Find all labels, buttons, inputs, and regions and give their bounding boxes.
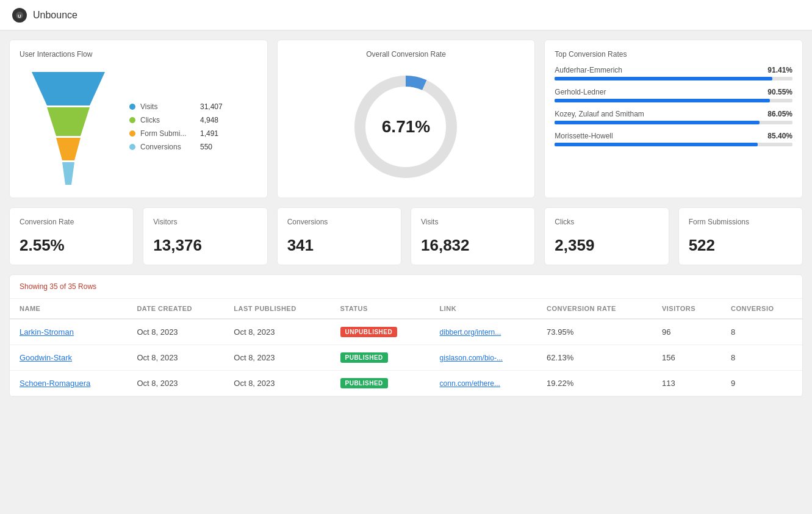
- stat-card-0: Conversion Rate 2.55%: [9, 207, 134, 265]
- clicks-dot: [129, 117, 135, 123]
- link-url-0[interactable]: dibbert.org/intern...: [440, 328, 501, 337]
- col-header-4: LINK: [430, 299, 537, 319]
- funnel-legend: Visits 31,407 Clicks 4,948 Form Submi...…: [129, 102, 223, 151]
- cell-status-0: UNPUBLISHED: [331, 319, 430, 345]
- rate-bar-bg-3: [555, 143, 792, 146]
- user-interactions-title: User Interactions Flow: [20, 50, 257, 59]
- stat-label-3: Visits: [421, 218, 525, 226]
- col-header-3: STATUS: [331, 299, 430, 319]
- form-submissions-label: Form Submi...: [140, 129, 195, 138]
- cell-visitors-2: 113: [652, 371, 721, 396]
- rate-value-0: 91.41%: [767, 66, 792, 74]
- donut-percent-value: 6.71%: [382, 117, 430, 136]
- stat-label-0: Conversion Rate: [20, 218, 123, 226]
- cell-status-2: PUBLISHED: [331, 371, 430, 396]
- cell-conversions-0: 8: [721, 319, 802, 345]
- cell-link-0: dibbert.org/intern...: [430, 319, 537, 345]
- table-row-2: Schoen-Romaguera Oct 8, 2023 Oct 8, 2023…: [10, 371, 802, 396]
- main-content: User Interactions Flow V: [0, 30, 812, 406]
- stat-card-5: Form Submissions 522: [678, 207, 803, 265]
- top-conversion-rates-title: Top Conversion Rates: [555, 50, 792, 59]
- rate-name-1: Gerhold-Ledner: [555, 88, 606, 96]
- cell-conversions-1: 8: [721, 345, 802, 371]
- rate-item-1: Gerhold-Ledner 90.55%: [555, 88, 792, 102]
- col-header-2: LAST PUBLISHED: [224, 299, 330, 319]
- table-row-0: Larkin-Stroman Oct 8, 2023 Oct 8, 2023 U…: [10, 319, 802, 345]
- cell-visitors-1: 156: [652, 345, 721, 371]
- header-logo: U: [12, 8, 27, 23]
- status-badge-2: PUBLISHED: [340, 378, 388, 388]
- rate-value-3: 85.40%: [767, 132, 792, 140]
- link-url-1[interactable]: gislason.com/bio-...: [440, 354, 503, 362]
- status-badge-0: UNPUBLISHED: [340, 327, 398, 337]
- top-conversion-rates-card: Top Conversion Rates Aufderhar-Emmerich …: [544, 40, 803, 198]
- stat-card-3: Visits 16,832: [411, 207, 535, 265]
- cell-name-0: Larkin-Stroman: [10, 319, 127, 345]
- cell-name-1: Goodwin-Stark: [10, 345, 127, 371]
- overall-conversion-rate-card: Overall Conversion Rate 6.71%: [277, 40, 536, 198]
- conversions-dot: [129, 144, 135, 150]
- top-row: User Interactions Flow V: [9, 40, 803, 198]
- table-head: NAMEDATE CREATEDLAST PUBLISHEDSTATUSLINK…: [10, 299, 802, 319]
- link-url-2[interactable]: conn.com/ethere...: [440, 379, 500, 388]
- cell-date-created-2: Oct 8, 2023: [127, 371, 224, 396]
- rate-list: Aufderhar-Emmerich 91.41% Gerhold-Ledner…: [555, 66, 792, 146]
- rate-value-2: 86.05%: [767, 110, 792, 118]
- stat-label-5: Form Submissions: [689, 218, 792, 226]
- stat-card-2: Conversions 341: [277, 207, 401, 265]
- cell-conversion-rate-2: 19.22%: [537, 371, 652, 396]
- cell-status-1: PUBLISHED: [331, 345, 430, 371]
- rate-bar-bg-1: [555, 99, 792, 102]
- visits-value: 31,407: [200, 102, 223, 111]
- clicks-label: Clicks: [140, 116, 195, 124]
- name-link-0[interactable]: Larkin-Stroman: [20, 327, 74, 337]
- stat-card-4: Clicks 2,359: [544, 207, 669, 265]
- cell-conversion-rate-0: 73.95%: [537, 319, 652, 345]
- cell-conversions-2: 9: [721, 371, 802, 396]
- stat-label-1: Visitors: [153, 218, 257, 226]
- form-submissions-value: 1,491: [200, 129, 218, 138]
- svg-text:U: U: [18, 13, 21, 19]
- app-title: Unbounce: [33, 10, 77, 21]
- stat-label-2: Conversions: [287, 218, 391, 226]
- funnel-chart: [20, 66, 117, 188]
- conversions-label: Conversions: [140, 143, 195, 151]
- cell-date-created-0: Oct 8, 2023: [127, 319, 224, 345]
- svg-marker-2: [32, 72, 105, 105]
- legend-form-submissions: Form Submi... 1,491: [129, 129, 223, 138]
- table-card: Showing 35 of 35 Rows NAMEDATE CREATEDLA…: [9, 274, 803, 397]
- table-row-1: Goodwin-Stark Oct 8, 2023 Oct 8, 2023 PU…: [10, 345, 802, 371]
- stat-value-5: 522: [689, 236, 792, 255]
- table-row-count: Showing 35 of 35 Rows: [10, 275, 802, 299]
- legend-clicks: Clicks 4,948: [129, 116, 223, 124]
- name-link-1[interactable]: Goodwin-Stark: [20, 353, 72, 362]
- name-link-2[interactable]: Schoen-Romaguera: [20, 379, 90, 388]
- rate-name-2: Kozey, Zulauf and Smitham: [555, 110, 644, 118]
- cell-last-published-1: Oct 8, 2023: [224, 345, 330, 371]
- stat-value-1: 13,376: [153, 236, 257, 255]
- col-header-5: CONVERSION RATE: [537, 299, 652, 319]
- legend-conversions: Conversions 550: [129, 143, 223, 151]
- donut-center-label: 6.71%: [382, 117, 430, 137]
- rate-value-1: 90.55%: [767, 88, 792, 96]
- cell-last-published-2: Oct 8, 2023: [224, 371, 330, 396]
- conversions-value: 550: [200, 143, 212, 151]
- stat-label-4: Clicks: [555, 218, 658, 226]
- form-submissions-dot: [129, 130, 135, 137]
- table-body: Larkin-Stroman Oct 8, 2023 Oct 8, 2023 U…: [10, 319, 802, 396]
- visits-dot: [129, 104, 135, 110]
- overall-conversion-title: Overall Conversion Rate: [366, 50, 446, 59]
- stat-value-0: 2.55%: [20, 236, 123, 255]
- visits-label: Visits: [140, 102, 195, 111]
- user-interactions-flow-card: User Interactions Flow V: [9, 40, 268, 198]
- clicks-value: 4,948: [200, 116, 218, 124]
- stat-card-1: Visitors 13,376: [143, 207, 267, 265]
- cell-link-1: gislason.com/bio-...: [430, 345, 537, 371]
- svg-marker-3: [47, 107, 90, 136]
- col-header-0: NAME: [10, 299, 127, 319]
- rate-bar-fill-1: [555, 99, 770, 102]
- cell-link-2: conn.com/ethere...: [430, 371, 537, 396]
- header: U Unbounce: [0, 0, 812, 30]
- cell-visitors-0: 96: [652, 319, 721, 345]
- svg-marker-5: [62, 162, 74, 185]
